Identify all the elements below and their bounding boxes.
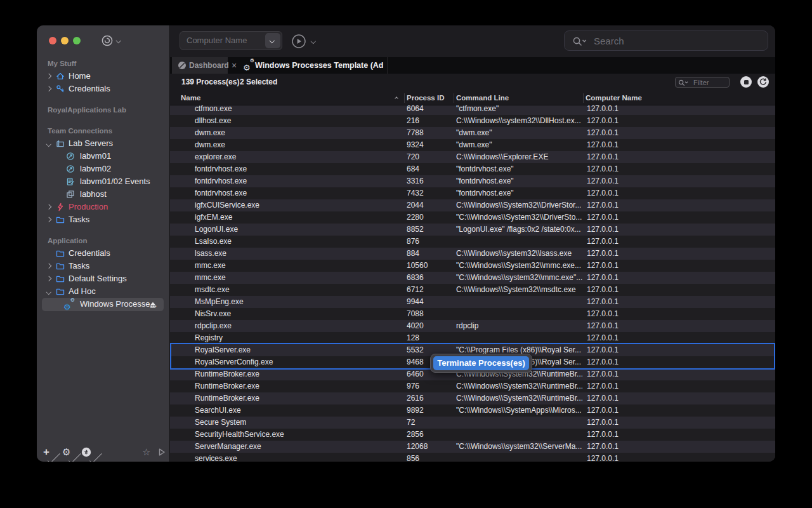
sidebar-item-tasks[interactable]: Tasks (37, 260, 169, 272)
table-row[interactable]: ⚙⚙fontdrvhost.exe684"fontdrvhost.exe"127… (170, 163, 775, 175)
table-row[interactable]: ⚙⚙lsass.exe884C:\\Windows\\system32\\lsa… (170, 248, 775, 260)
sidebar-item-default-settings[interactable]: Default Settings (37, 272, 169, 285)
sidebar-item-home[interactable]: Home (37, 70, 169, 83)
table-row[interactable]: ⚙⚙LsaIso.exe876127.0.0.1 (170, 236, 775, 248)
column-divider[interactable] (454, 93, 454, 103)
zoom-traffic-light[interactable] (73, 37, 81, 44)
table-row[interactable]: ⚙⚙mmc.exe10560"C:\\Windows\\System32\\mm… (170, 260, 775, 272)
column-header-process-id[interactable]: Process ID (407, 91, 444, 105)
favorite-star-icon[interactable]: ☆ (142, 445, 150, 459)
disclosure-chevron[interactable] (46, 74, 51, 79)
cell-computer-name: 127.0.0.1 (587, 380, 663, 392)
sidebar-item-labvm01[interactable]: labvm01 (37, 150, 169, 163)
table-row[interactable]: ⚙⚙explorer.exe720C:\\Windows\\Explorer.E… (170, 151, 775, 163)
computer-name-dropdown-button[interactable] (265, 33, 280, 48)
filter-input[interactable] (692, 77, 727, 87)
connect-menu-chevron-icon[interactable] (116, 38, 121, 43)
table-row[interactable]: ⚙⚙ServerManager.exe12068"C:\\Windows\\sy… (170, 441, 775, 453)
stop-button[interactable] (740, 76, 752, 88)
column-divider[interactable] (583, 93, 584, 103)
disclosure-chevron[interactable] (46, 86, 51, 91)
table-row[interactable]: ⚙⚙Secure System72127.0.0.1 (170, 417, 775, 429)
filter-box[interactable] (675, 77, 730, 88)
sidebar-item-credentials[interactable]: Credentials (37, 247, 169, 260)
table-row[interactable]: ⚙⚙SecurityHealthService.exe2856127.0.0.1 (170, 429, 775, 441)
column-header-computer-name[interactable]: Computer Name (586, 91, 642, 105)
sidebar-section-my-stuff: My Stuff (37, 57, 169, 70)
cell-name: fontdrvhost.exe (195, 187, 398, 199)
table-row[interactable]: ⚙⚙services.exe856127.0.0.1 (170, 453, 775, 462)
gears-icon: ⚙⚙ (63, 300, 72, 309)
table-row[interactable]: ⚙⚙Registry128127.0.0.1 (170, 332, 775, 344)
status-bar: 139 Process(es) 2 Selected (170, 74, 775, 91)
cell-process-id: 8852 (407, 224, 452, 236)
cell-computer-name: 127.0.0.1 (587, 105, 663, 115)
sidebar-item-credentials[interactable]: Credentials (37, 83, 169, 95)
eject-icon[interactable] (149, 301, 157, 309)
events-icon (66, 177, 75, 186)
connect-icon[interactable] (101, 34, 114, 47)
cell-process-id: 7088 (407, 308, 452, 320)
tab-dashboard[interactable]: Dashboard (172, 57, 228, 74)
table-row[interactable]: ⚙⚙rdpclip.exe4020rdpclip127.0.0.1 (170, 320, 775, 332)
cell-computer-name: 127.0.0.1 (587, 453, 663, 462)
gear-button[interactable]: ⚙ (62, 445, 70, 459)
sidebar-item-labvm02[interactable]: labvm02 (37, 163, 169, 175)
disclosure-chevron[interactable] (46, 290, 51, 295)
sidebar-item-label: Default Settings (69, 272, 127, 285)
computer-name-combobox[interactable]: Computer Name (180, 31, 282, 50)
run-task-menu-chevron-icon[interactable] (311, 39, 316, 44)
key-icon (56, 84, 65, 93)
sidebar-item-windows-processe[interactable]: ⚙⚙Windows Processe... (37, 298, 169, 311)
sidebar-item-tasks[interactable]: Tasks (37, 213, 169, 226)
close-tab-icon[interactable]: × (232, 57, 240, 74)
disclosure-chevron[interactable] (46, 264, 51, 269)
close-traffic-light[interactable] (49, 37, 56, 44)
table-row[interactable]: ⚙⚙mmc.exe6836"C:\\Windows\\system32\\mmc… (170, 272, 775, 284)
table-row[interactable]: ⚙⚙igfxCUIService.exe2044C:\\Windows\\Sys… (170, 199, 775, 211)
search-input[interactable] (593, 32, 763, 50)
table-row[interactable]: ⚙⚙ctfmon.exe6064"ctfmon.exe"127.0.0.1 (170, 105, 775, 115)
column-divider[interactable] (404, 93, 405, 103)
table-row[interactable]: ⚙⚙igfxEM.exe2280"C:\\Windows\\System32\\… (170, 211, 775, 224)
column-header-name[interactable]: Name (181, 91, 200, 105)
run-task-play-button[interactable] (291, 34, 306, 49)
terminate-process-button[interactable]: Terminate Process(es) (433, 356, 529, 370)
cell-name: explorer.exe (195, 151, 398, 163)
disclosure-chevron[interactable] (46, 204, 51, 210)
table-row[interactable]: ⚙⚙fontdrvhost.exe7432"fontdrvhost.exe"12… (170, 187, 775, 199)
disclosure-chevron[interactable] (46, 276, 51, 281)
stop-icon (744, 80, 749, 84)
cell-name: LogonUI.exe (195, 224, 398, 236)
sidebar-item-label: labhost (80, 188, 107, 201)
sidebar-item-labhost[interactable]: labhost (37, 188, 169, 201)
sidebar-item-production[interactable]: Production (37, 201, 169, 213)
sidebar-item-labvm01-02-events[interactable]: labvm01/02 Events (37, 175, 169, 188)
disclosure-chevron[interactable] (46, 217, 51, 222)
table-row[interactable]: ⚙⚙SearchUI.exe9892"C:\\Windows\\SystemAp… (170, 404, 775, 417)
sync-button[interactable] (81, 447, 91, 461)
refresh-button[interactable] (757, 76, 769, 88)
minimize-traffic-light[interactable] (61, 37, 69, 44)
tab-windows-processes[interactable]: × ⚙ ⚙ Windows Processes Template (Ad Hoc… (228, 57, 388, 74)
sidebar-item-label: Credentials (69, 247, 110, 260)
sidebar-item-lab-servers[interactable]: Lab Servers (37, 137, 169, 150)
table-row[interactable]: ⚙⚙dllhost.exe216C:\\Windows\\system32\\D… (170, 115, 775, 127)
sidebar-item-ad-hoc[interactable]: Ad Hoc (37, 285, 169, 298)
table-row[interactable]: ⚙⚙dwm.exe9324"dwm.exe"127.0.0.1 (170, 139, 775, 151)
table-row[interactable]: ⚙⚙RuntimeBroker.exe2616C:\\Windows\\Syst… (170, 392, 775, 404)
table-row[interactable]: ⚙⚙msdtc.exe6712C:\\Windows\\System32\\ms… (170, 284, 775, 296)
table-row[interactable]: ⚙⚙MsMpEng.exe9944127.0.0.1 (170, 296, 775, 308)
table-row[interactable]: ⚙⚙fontdrvhost.exe3316"fontdrvhost.exe"12… (170, 175, 775, 187)
sidebar-item-label: Tasks (69, 213, 89, 226)
run-icon[interactable] (157, 448, 166, 462)
disclosure-chevron[interactable] (46, 142, 51, 147)
table-row[interactable]: ⚙⚙LogonUI.exe8852"LogonUI.exe" /flags:0x… (170, 224, 775, 236)
cell-name: NisSrv.exe (195, 308, 398, 320)
search-box[interactable] (564, 30, 768, 51)
table-row[interactable]: ⚙⚙dwm.exe7788"dwm.exe"127.0.0.1 (170, 127, 775, 139)
add-button[interactable]: + (43, 445, 49, 459)
column-header-command-line[interactable]: Command Line (456, 91, 509, 105)
table-row[interactable]: ⚙⚙RuntimeBroker.exe976C:\\Windows\\Syste… (170, 380, 775, 392)
table-row[interactable]: ⚙⚙NisSrv.exe7088127.0.0.1 (170, 308, 775, 320)
